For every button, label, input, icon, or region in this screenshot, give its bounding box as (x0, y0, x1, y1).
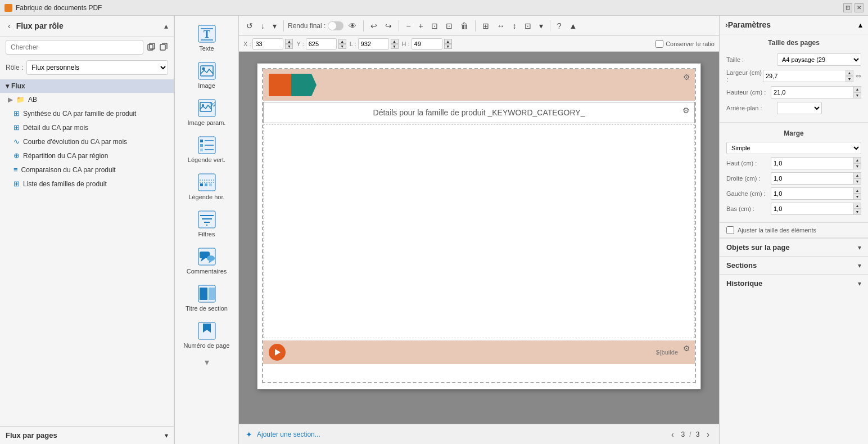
ratio-checkbox[interactable] (655, 40, 663, 48)
historique-section[interactable]: Historique ▾ (720, 274, 868, 292)
marge-type-select[interactable]: Simple (726, 142, 861, 154)
search-row (0, 37, 174, 58)
copy-button[interactable] (147, 42, 156, 53)
droite-down[interactable]: ▼ (853, 178, 861, 185)
bas-label: Bas (cm) : (726, 205, 771, 212)
canvas-bottom: ✦ Ajouter une section... ‹ 3 / 3 › (239, 424, 719, 444)
taille-select[interactable]: A4 paysage (29 (777, 53, 861, 66)
hauteur-row: Hauteur (cm) : ▲ ▼ (726, 86, 861, 98)
rendu-toggle[interactable] (328, 21, 343, 30)
haut-up[interactable]: ▲ (853, 157, 861, 163)
download-arrow-button[interactable]: ▾ (270, 20, 279, 32)
fit2-button[interactable]: ⊡ (443, 20, 455, 32)
adjust-checkbox[interactable] (726, 226, 734, 234)
collapse-left-button[interactable]: ▴ (164, 21, 168, 30)
haut-input[interactable] (771, 157, 853, 169)
list-item[interactable]: ⊞ Liste des familles de produit (0, 177, 174, 191)
help-button[interactable]: ? (554, 20, 564, 32)
y-input[interactable] (306, 38, 337, 50)
x-up[interactable]: ▲ (285, 39, 293, 44)
bas-down[interactable]: ▼ (853, 209, 861, 215)
droite-up[interactable]: ▲ (853, 172, 861, 178)
zoom-out-button[interactable]: − (403, 20, 413, 32)
flux-par-pages-section[interactable]: Flux par pages ▾ (0, 426, 174, 444)
delete-button[interactable]: 🗑 (458, 20, 471, 32)
add-button[interactable] (159, 42, 168, 53)
largeur-down[interactable]: ▼ (846, 76, 853, 82)
add-section-link[interactable]: Ajouter une section... (257, 430, 320, 438)
l-up[interactable]: ▲ (391, 39, 399, 44)
droite-input[interactable] (771, 172, 853, 185)
redo-button[interactable]: ↪ (382, 20, 395, 32)
list-item[interactable]: ∿ Courbe d'évolution du CA par mois (0, 134, 174, 149)
fit-button[interactable]: ⊡ (428, 20, 441, 32)
ratio-label: Conserver le ratio (666, 41, 715, 47)
download-button[interactable]: ↓ (258, 20, 268, 32)
list-item[interactable]: ⊕ Répartition du CA par région (0, 149, 174, 163)
align-button[interactable]: ↕ (510, 20, 519, 32)
hauteur-input[interactable] (771, 86, 853, 98)
zoom-in-button[interactable]: + (416, 20, 426, 32)
list-item[interactable]: ⊞ Synthèse du CA par famille de produit (0, 106, 174, 120)
widget-numero-page[interactable]: Numéro de page (182, 317, 232, 352)
bas-up[interactable]: ▲ (853, 203, 861, 209)
widget-texte[interactable]: T Texte (182, 20, 232, 55)
eye-button[interactable]: 👁 (346, 20, 359, 32)
widget-titre-section[interactable]: Titre de section (182, 280, 232, 315)
h-input[interactable] (412, 38, 442, 50)
widget-legende-hor[interactable]: Légende hor. (182, 169, 232, 204)
arrow-teal (291, 74, 317, 96)
largeur-input[interactable] (763, 70, 846, 82)
tree-folder-ab[interactable]: ▶ 📁 AB (0, 93, 174, 106)
footer-gear-icon[interactable]: ⚙ (683, 344, 690, 353)
bas-input[interactable] (771, 203, 853, 215)
widget-commentaires[interactable]: Commentaires (182, 243, 232, 278)
page-prev-button[interactable]: ‹ (668, 429, 677, 440)
widget-more-button[interactable]: ▾ (205, 357, 209, 367)
expand-horiz-button[interactable]: ⊞ (480, 20, 492, 32)
hauteur-down[interactable]: ▼ (853, 92, 861, 98)
h-down[interactable]: ▼ (444, 44, 452, 49)
role-select[interactable]: Flux personnels (26, 60, 168, 75)
refresh-button[interactable]: ↺ (243, 20, 256, 32)
header-gear-icon[interactable]: ⚙ (683, 73, 690, 82)
gauche-input[interactable] (771, 187, 853, 200)
gauche-up[interactable]: ▲ (853, 187, 861, 194)
arrange-button[interactable]: ⊡ (522, 20, 534, 32)
objets-section[interactable]: Objets sur la page ▾ (720, 238, 868, 256)
y-down[interactable]: ▼ (338, 44, 346, 49)
list-item[interactable]: ≡ Comparaison du CA par produit (0, 163, 174, 177)
widget-filtres[interactable]: Filtres (182, 206, 232, 241)
y-up[interactable]: ▲ (338, 39, 346, 44)
widget-legende-vert[interactable]: Légende vert. (182, 132, 232, 167)
x-down[interactable]: ▼ (285, 44, 293, 49)
group-label: Flux (11, 82, 25, 90)
right-collapse-btn[interactable]: ▴ (858, 20, 862, 29)
expand-vert-button[interactable]: ↔ (494, 20, 508, 32)
bas-row: Bas (cm) : ▲ ▼ (726, 203, 861, 215)
x-input[interactable] (252, 38, 283, 50)
sections-arrow: ▾ (858, 262, 861, 270)
page-next-button[interactable]: › (704, 429, 712, 440)
arrange-arrow-button[interactable]: ▾ (536, 20, 546, 32)
warning-button[interactable]: ▲ (567, 20, 580, 32)
close-button[interactable]: ✕ (855, 3, 864, 12)
widget-image[interactable]: Image (182, 57, 232, 92)
widget-image-param[interactable]: (x) Image param. (182, 95, 232, 129)
gauche-down[interactable]: ▼ (853, 194, 861, 200)
arriere-plan-select[interactable] (777, 102, 822, 114)
l-input[interactable] (358, 38, 389, 50)
back-button[interactable]: ‹ (6, 20, 13, 32)
largeur-up[interactable]: ▲ (846, 70, 853, 76)
l-down[interactable]: ▼ (391, 44, 399, 49)
sections-section[interactable]: Sections ▾ (720, 256, 868, 274)
haut-down[interactable]: ▼ (853, 163, 861, 169)
h-up[interactable]: ▲ (444, 39, 452, 44)
gauche-label: Gauche (cm) : (726, 190, 771, 197)
search-input[interactable] (6, 40, 143, 55)
undo-button[interactable]: ↩ (368, 20, 380, 32)
list-item[interactable]: ⊞ Détail du CA par mois (0, 120, 174, 134)
hauteur-up[interactable]: ▲ (853, 86, 861, 92)
restore-button[interactable]: ⊡ (843, 3, 852, 12)
title-gear-icon[interactable]: ⚙ (682, 106, 690, 115)
